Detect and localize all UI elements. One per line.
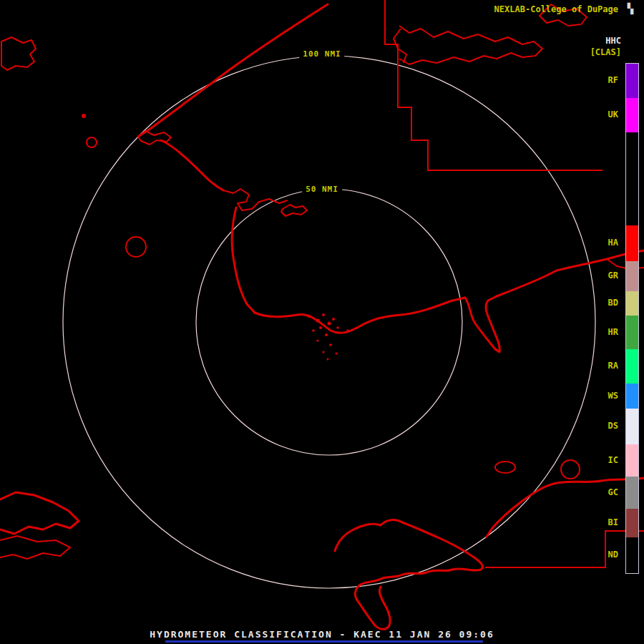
coastline-bottom-island — [335, 520, 482, 630]
legend-swatch-ra — [626, 349, 638, 384]
classification-mode: [CLAS] — [590, 47, 621, 57]
coastline-northeast — [497, 250, 644, 296]
footer-caption: HYDROMETEOR CLASSIFICATION - KAEC 11 JAN… — [0, 629, 644, 640]
coastline-topleft-blob — [1, 37, 36, 70]
county-boundary-bottomright — [485, 531, 644, 567]
legend-label-hr: HR — [608, 327, 618, 337]
legend-swatch-gc — [626, 477, 638, 509]
brand-icon: ▚ — [624, 3, 637, 14]
legend-label-nd: ND — [608, 550, 618, 560]
legend-label-ic: IC — [608, 455, 618, 465]
lake-small-mid — [126, 237, 146, 257]
legend-swatch-ws — [626, 384, 638, 409]
legend-swatch-ic — [626, 444, 638, 477]
lake-bottomright — [561, 460, 580, 479]
legend-label-gc: GC — [608, 487, 618, 497]
map-svg — [0, 0, 644, 644]
coastline-hook-peninsula — [223, 189, 288, 210]
islet-bottomright — [495, 462, 515, 473]
legend-label-bd: BD — [608, 298, 618, 308]
legend-label-ds: DS — [608, 421, 618, 431]
legend-swatch-ha — [626, 225, 638, 261]
coastline-peninsula-east — [465, 296, 499, 352]
coastline-bottomright-diagonal — [487, 478, 644, 537]
coastline-main-west-shore — [232, 208, 255, 313]
radar-echoes — [308, 313, 349, 361]
legend-swatch-bd — [626, 291, 638, 316]
coastline-islands-mid — [281, 205, 307, 216]
coastline-topright-band — [399, 26, 542, 64]
legend-swatch-gap — [626, 132, 638, 225]
coastline-top-bay — [394, 29, 406, 63]
legend-swatch-rf — [626, 64, 638, 98]
map-speck — [82, 114, 86, 118]
legend-label-ra: RA — [608, 361, 618, 371]
ring-label-50nmi: 50 NMI — [302, 184, 342, 195]
legend-label-ha: HA — [608, 238, 618, 248]
legend-swatch-gr — [626, 261, 638, 291]
brand-text: NEXLAB-College of DuPage — [494, 4, 618, 14]
footer-underline — [165, 640, 483, 643]
legend-colorbar — [625, 63, 639, 574]
legend-swatch-nd — [626, 537, 638, 573]
legend-label-gr: GR — [608, 270, 618, 280]
coastline-west — [161, 140, 223, 190]
legend-label-bi: BI — [608, 517, 618, 527]
coastline-bottomleft-blob2 — [0, 536, 70, 559]
coastline-northwest-arc — [138, 4, 328, 137]
legend-swatch-uk — [626, 98, 638, 132]
legend-label-rf: RF — [608, 75, 618, 85]
coastline-south-shore — [255, 298, 465, 333]
legend-label-uk: UK — [608, 109, 618, 119]
legend-swatch-ds — [626, 409, 638, 444]
radar-display: NEXLAB-College of DuPage ▚ HHC [CLAS] 10… — [0, 0, 644, 644]
lake-small-upper — [87, 137, 97, 147]
legend-swatch-hr — [626, 316, 638, 349]
product-code: HHC — [605, 36, 621, 46]
legend-label-ws: WS — [608, 391, 618, 401]
legend-swatch-bi — [626, 509, 638, 537]
coastline-bottomleft-blob1 — [0, 492, 79, 534]
ring-label-100nmi: 100 NMI — [299, 49, 344, 59]
